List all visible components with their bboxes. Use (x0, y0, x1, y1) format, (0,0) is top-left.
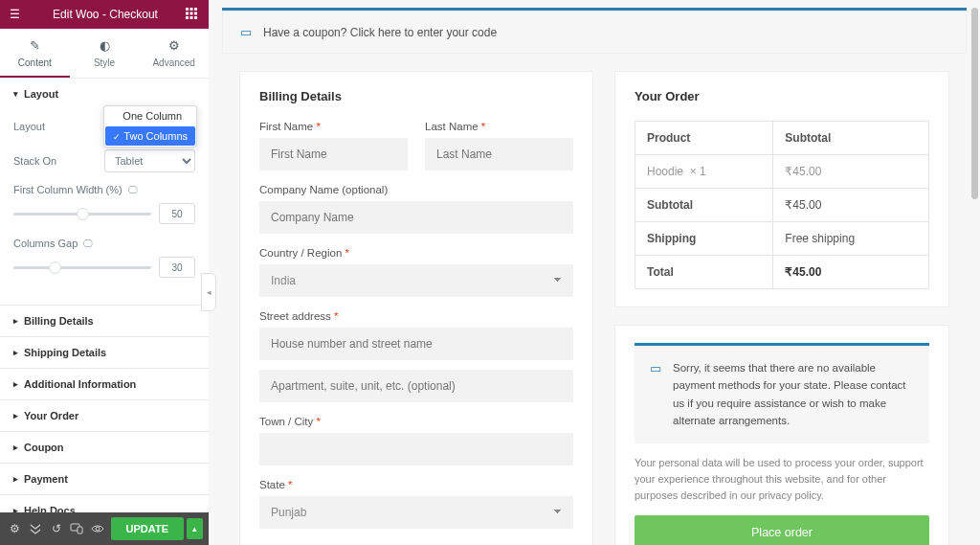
privacy-text: Your personal data will be used to proce… (635, 455, 929, 504)
scrollbar[interactable] (971, 8, 978, 199)
desktop-icon[interactable]: 🖵 (83, 238, 93, 249)
svg-rect-7 (190, 16, 193, 19)
section-header[interactable]: ▸Coupon (0, 432, 209, 463)
svg-rect-1 (190, 8, 193, 11)
preview-button[interactable] (88, 516, 107, 541)
tab-content[interactable]: ✎ Content (0, 29, 70, 78)
your-order-box: Your Order ProductSubtotal Hoodie × 1₹45… (614, 71, 949, 307)
panel-tabs: ✎ Content ◐ Style ⚙ Advanced (0, 29, 209, 79)
billing-details-box: Billing Details First Name * Last Name *… (239, 71, 593, 545)
total-label: Total (635, 256, 773, 289)
billing-title: Billing Details (259, 89, 573, 103)
town-label: Town / City * (259, 416, 573, 427)
control-first-col-width: First Column Width (%) 🖵 (13, 184, 195, 224)
section-coupon: ▸Coupon (0, 432, 209, 464)
panel-footer: ⚙ ↺ UPDATE ▴ (0, 512, 209, 545)
dropdown-option-one-column[interactable]: ✓One Column (104, 106, 196, 125)
panel-collapse-handle[interactable]: ◂ (201, 273, 216, 311)
order-item-price: ₹45.00 (773, 155, 929, 189)
coupon-text: Have a coupon? Click here to enter your … (263, 26, 497, 39)
place-order-button[interactable]: Place order (635, 515, 929, 545)
update-caret-button[interactable]: ▴ (187, 518, 203, 539)
section-help-docs: ▸Help Docs (0, 495, 209, 512)
caret-right-icon: ▸ (13, 411, 18, 420)
apps-icon[interactable] (186, 8, 199, 22)
svg-rect-2 (194, 8, 197, 11)
country-select[interactable]: India (259, 264, 573, 297)
desktop-icon[interactable]: 🖵 (128, 185, 138, 195)
style-icon: ◐ (70, 38, 140, 53)
svg-rect-3 (186, 11, 189, 14)
col-gap-slider[interactable] (13, 266, 151, 269)
settings-button[interactable]: ⚙ (6, 516, 25, 541)
control-label: Layout (13, 121, 104, 132)
svg-rect-6 (186, 16, 189, 19)
svg-rect-8 (194, 16, 197, 19)
street-label: Street address * (259, 310, 573, 322)
payment-box: ▭ Sorry, it seems that there are no avai… (614, 325, 949, 545)
svg-rect-4 (190, 11, 193, 14)
control-label: Stack On (13, 155, 104, 167)
history-button[interactable]: ↺ (47, 516, 66, 541)
last-name-label: Last Name * (425, 121, 573, 132)
dropdown-option-two-columns[interactable]: ✓Two Columns (105, 126, 195, 146)
subtotal-value: ₹45.00 (773, 189, 929, 222)
section-header[interactable]: ▸Help Docs (0, 495, 209, 512)
responsive-button[interactable] (68, 516, 87, 541)
panel-title: Edit Woo - Checkout (25, 8, 186, 21)
stack-select[interactable]: Tablet (104, 149, 195, 172)
notice-text: Sorry, it seems that there are no availa… (673, 359, 914, 430)
street-input-2[interactable] (259, 370, 573, 402)
col-gap-input[interactable] (159, 257, 195, 278)
th-subtotal: Subtotal (773, 122, 929, 155)
total-value: ₹45.00 (773, 256, 929, 289)
town-input[interactable] (259, 433, 573, 466)
shipping-label: Shipping (635, 222, 773, 256)
street-input-1[interactable] (259, 328, 573, 360)
panel-body: ▾ Layout Layout ✓One Column ✓Two Columns… (0, 79, 209, 512)
coupon-icon: ▭ (240, 25, 252, 39)
control-layout: Layout ✓One Column ✓Two Columns (13, 115, 195, 138)
section-header[interactable]: ▸Shipping Details (0, 337, 209, 368)
section-additional-info: ▸Additional Information (0, 369, 209, 400)
navigator-button[interactable] (27, 516, 46, 541)
control-columns-gap: Columns Gap 🖵 (13, 238, 195, 278)
tab-advanced[interactable]: ⚙ Advanced (139, 29, 209, 78)
svg-rect-5 (194, 11, 197, 14)
last-name-input[interactable] (425, 138, 573, 170)
th-product: Product (635, 122, 773, 155)
svg-rect-10 (78, 527, 82, 534)
svg-point-11 (96, 527, 100, 531)
section-title: Layout (24, 88, 58, 100)
update-button[interactable]: UPDATE (111, 517, 184, 540)
country-label: Country / Region * (259, 247, 573, 259)
panel-header: ☰ Edit Woo - Checkout (0, 0, 209, 29)
caret-right-icon: ▸ (13, 348, 18, 357)
section-header[interactable]: ▸Additional Information (0, 369, 209, 399)
menu-icon[interactable]: ☰ (10, 8, 25, 21)
editor-panel: ☰ Edit Woo - Checkout ✎ Content ◐ Style … (0, 0, 209, 545)
shipping-value: Free shipping (773, 222, 929, 256)
caret-right-icon: ▸ (13, 379, 18, 389)
col-width-slider[interactable] (13, 213, 151, 216)
section-your-order: ▸Your Order (0, 400, 209, 432)
control-label: Columns Gap (13, 238, 78, 249)
caret-down-icon: ▾ (13, 89, 18, 99)
caret-right-icon: ▸ (13, 474, 18, 484)
check-icon: ✓ (113, 132, 121, 142)
state-select[interactable]: Punjab (259, 496, 573, 529)
section-header[interactable]: ▸Billing Details (0, 306, 209, 336)
section-shipping-details: ▸Shipping Details (0, 337, 209, 369)
preview-area: ▭ Have a coupon? Click here to enter you… (209, 0, 980, 545)
section-layout: ▾ Layout Layout ✓One Column ✓Two Columns… (0, 79, 209, 306)
state-label: State * (259, 479, 573, 490)
col-width-input[interactable] (159, 203, 195, 224)
company-input[interactable] (259, 201, 573, 234)
coupon-notice[interactable]: ▭ Have a coupon? Click here to enter you… (222, 11, 967, 54)
section-payment: ▸Payment (0, 464, 209, 495)
section-header[interactable]: ▸Payment (0, 464, 209, 494)
section-header[interactable]: ▸Your Order (0, 400, 209, 431)
tab-label: Style (94, 57, 115, 68)
first-name-input[interactable] (259, 138, 408, 170)
tab-style[interactable]: ◐ Style (70, 29, 140, 78)
